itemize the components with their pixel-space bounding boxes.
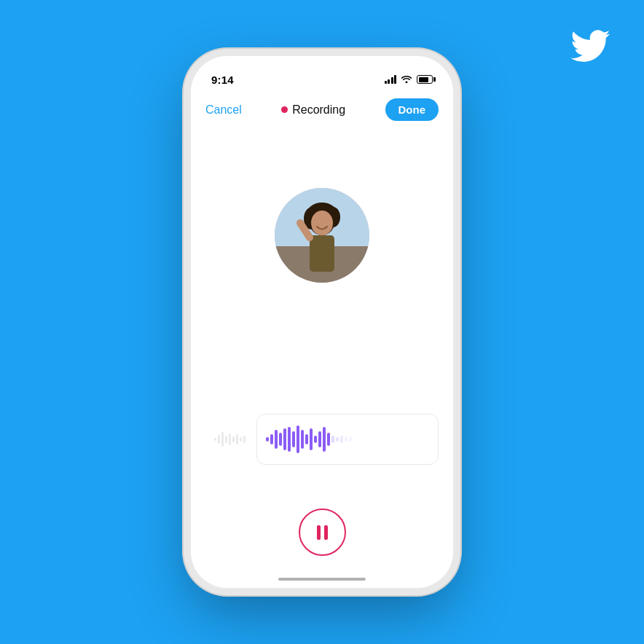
waveform-area xyxy=(191,414,453,465)
svg-rect-20 xyxy=(266,437,269,441)
svg-rect-19 xyxy=(243,436,246,443)
pause-icon xyxy=(317,525,328,540)
phone-frame: 9:14 xyxy=(191,56,453,588)
svg-rect-26 xyxy=(292,431,295,447)
recording-status: Recording xyxy=(281,103,345,117)
cancel-button[interactable]: Cancel xyxy=(205,103,242,117)
svg-rect-33 xyxy=(323,427,326,452)
svg-rect-24 xyxy=(283,428,286,450)
phone-screen: 9:14 xyxy=(191,56,453,588)
avatar-image xyxy=(275,188,369,283)
avatar xyxy=(275,188,369,283)
status-icons xyxy=(385,74,433,85)
svg-rect-31 xyxy=(314,436,317,443)
svg-rect-37 xyxy=(340,436,343,443)
recording-dot-icon xyxy=(281,106,288,113)
svg-rect-12 xyxy=(218,435,220,444)
svg-rect-17 xyxy=(236,434,238,444)
svg-rect-30 xyxy=(310,428,313,450)
recording-label: Recording xyxy=(292,103,345,117)
svg-rect-34 xyxy=(327,433,330,446)
svg-rect-29 xyxy=(305,434,308,444)
svg-rect-35 xyxy=(331,436,334,443)
svg-rect-14 xyxy=(225,436,227,443)
battery-icon xyxy=(417,75,433,84)
signal-icon xyxy=(385,75,397,84)
svg-rect-18 xyxy=(240,437,242,441)
svg-rect-13 xyxy=(221,432,224,447)
svg-rect-9 xyxy=(310,235,334,272)
waveform-box xyxy=(256,414,439,465)
svg-rect-25 xyxy=(288,427,291,452)
svg-rect-38 xyxy=(345,437,347,441)
svg-rect-15 xyxy=(229,433,231,445)
waveform-active xyxy=(266,421,412,458)
twitter-logo-icon xyxy=(568,23,612,67)
pause-button-container xyxy=(299,508,346,556)
done-button[interactable]: Done xyxy=(385,98,439,121)
past-waveform-icon xyxy=(213,425,249,454)
svg-rect-39 xyxy=(349,436,352,442)
phone-device: 9:14 xyxy=(191,56,453,588)
svg-rect-21 xyxy=(270,434,273,444)
svg-rect-22 xyxy=(275,430,278,449)
pause-button[interactable] xyxy=(299,508,346,556)
phone-notch xyxy=(275,56,369,75)
status-time: 9:14 xyxy=(211,74,234,86)
svg-rect-32 xyxy=(318,431,321,447)
svg-point-8 xyxy=(311,211,333,235)
home-indicator xyxy=(278,578,366,581)
svg-rect-36 xyxy=(336,437,339,441)
main-content xyxy=(191,130,453,588)
active-waveform-icon xyxy=(266,421,412,458)
nav-bar: Cancel Recording Done xyxy=(191,93,453,130)
svg-rect-11 xyxy=(214,438,216,441)
svg-rect-27 xyxy=(297,425,299,453)
svg-rect-23 xyxy=(279,433,282,446)
svg-rect-28 xyxy=(301,430,304,449)
waveform-past xyxy=(205,425,256,454)
wifi-icon xyxy=(401,74,412,85)
svg-rect-16 xyxy=(232,436,235,442)
